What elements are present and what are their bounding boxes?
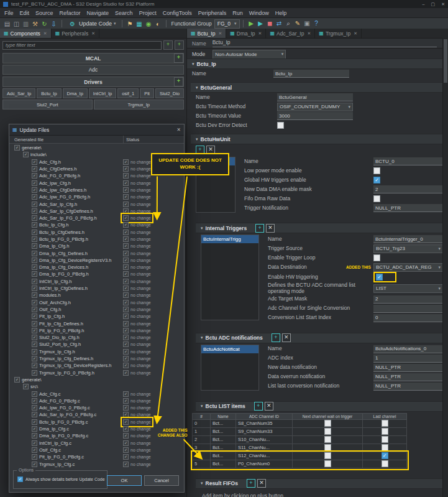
add-driver-button[interactable]: + <box>174 77 183 86</box>
checkbox-icon[interactable]: ✓ <box>14 377 20 383</box>
checkbox-icon[interactable]: ✓ <box>32 454 37 460</box>
section-result-fifos[interactable]: ▾ Result FIFOs + ✕ <box>196 478 443 489</box>
menu-item-peripherals[interactable]: Peripherals <box>195 10 230 16</box>
editor-tab-bctu-ip[interactable]: ▦ Bctu_Ip ✕ <box>187 29 226 38</box>
tree-file-row[interactable]: ✓ Dma_Ip_Cfg_Devices.h ✓no change <box>9 264 184 271</box>
tree-file-row[interactable]: ✓ Adc_Sar_Ip_FG_0_PBcfg.h ✓no change <box>9 215 184 221</box>
table-row[interactable]: 0 Bct... S8_ChanNum35 <box>193 419 407 427</box>
last-channel-checkbox[interactable] <box>382 420 388 427</box>
menu-item-help[interactable]: Help <box>272 10 290 16</box>
ok-button[interactable]: OK <box>107 475 142 486</box>
checkbox-icon[interactable]: ✓ <box>32 349 37 355</box>
driver-siul2-port[interactable]: Siul2_Port <box>2 100 93 109</box>
bctu-timeout-value-field[interactable]: 3000 <box>277 112 353 120</box>
checkbox-icon[interactable]: ✓ <box>32 159 37 165</box>
last-channel-checkbox[interactable]: ✓ <box>382 452 388 459</box>
editor-tab-adc-sar-ip[interactable]: ▦ Adc_Sar_Ip ✕ <box>266 29 315 38</box>
remove-trigger-button[interactable]: ✕ <box>266 224 275 233</box>
component-adc[interactable]: Adc <box>2 65 184 75</box>
checkbox-icon[interactable]: ✓ <box>32 433 37 439</box>
filter-input[interactable]: type filter text <box>2 41 162 50</box>
tree-folder-row[interactable]: ✓ generate\ <box>9 144 184 151</box>
bctu-dev-error-detect-checkbox[interactable] <box>277 122 284 129</box>
new-file-icon[interactable]: ▤ <box>2 21 12 27</box>
driver-siul2-dio[interactable]: Siul2_Dio <box>155 88 184 98</box>
checkbox-icon[interactable]: ✓ <box>32 180 37 186</box>
menu-item-configtools[interactable]: ConfigTools <box>160 10 195 16</box>
checkbox-icon[interactable]: ✓ <box>32 447 37 453</box>
checkbox-icon[interactable]: ✓ <box>32 243 37 249</box>
tree-file-row[interactable]: ✓ Dma_Ip_Cfg_Defines.h ✓no change <box>9 249 184 256</box>
list-item-bctuinternaltrigg[interactable]: BctuInternalTrigg <box>201 235 258 243</box>
global-hw-triggers-enable-checkbox[interactable]: ✓ <box>373 177 380 183</box>
driver-osif-1[interactable]: osif_1 <box>117 88 139 98</box>
checkbox-icon[interactable]: ✓ <box>32 328 37 333</box>
tree-file-row[interactable]: ✓ modules.h ✓no change <box>9 292 184 299</box>
next-channel-wait-checkbox[interactable] <box>324 460 331 467</box>
trigger-notification-field[interactable]: NULL_PTR <box>373 204 443 212</box>
checkbox-icon[interactable]: ✓ <box>32 271 37 277</box>
build-icon[interactable]: ⚒ <box>30 21 40 27</box>
table-row[interactable]: 2 Bct... S10_ChanNu... <box>193 435 407 444</box>
tree-file-row[interactable]: ✓ Bctu_Ip_FG_0_PBcfg.c ✓no change <box>9 419 184 425</box>
next-channel-wait-checkbox[interactable] <box>324 428 331 435</box>
driver-trgmux-ip[interactable]: Trgmux_Ip <box>94 100 184 109</box>
checkbox-icon[interactable]: ✓ <box>32 236 37 242</box>
menu-item-file[interactable]: File <box>1 10 17 16</box>
checkbox-icon[interactable]: ✓ <box>32 335 37 340</box>
remove-fifo-button[interactable]: ✕ <box>257 479 266 488</box>
tree-file-row[interactable]: ✓ IntCtrl_Ip_Cfg.c ✓no change <box>9 439 184 446</box>
menu-item-run[interactable]: Run <box>229 10 246 16</box>
functional-group-select[interactable]: FG_0 ▾ <box>214 19 240 29</box>
checkbox-icon[interactable]: ✓ <box>32 286 37 291</box>
add-trigger-button[interactable]: + <box>255 224 264 233</box>
tree-file-row[interactable]: ✓ Dma_Ip_FG_0_PBcfg.h ✓no change <box>9 271 184 277</box>
list-item-bctuadcnotificat[interactable]: BctuAdcNotificat <box>201 345 258 353</box>
name-field[interactable]: BctuAdcNotifications_0 <box>373 345 443 353</box>
section-internal-triggers[interactable]: ▾ Internal Triggers + ✕ <box>196 223 443 233</box>
tree-file-row[interactable]: ✓ IntCtrl_Ip_CfgDefines.h ✓no change <box>9 285 184 292</box>
minimize-button[interactable]: – <box>423 2 425 7</box>
debug-icon[interactable]: ▶ <box>256 20 265 27</box>
add-button-secondary[interactable]: + <box>175 40 184 50</box>
checkbox-icon[interactable]: ✓ <box>32 405 37 411</box>
data-destination-select[interactable]: BCTU_ADC_DATA_REG▾ <box>373 263 443 272</box>
table-row[interactable]: 1 Bct... S9_ChanNum33 <box>193 427 407 435</box>
checkbox-icon[interactable]: ✓ <box>32 356 37 361</box>
checkbox-icon[interactable]: ✓ <box>32 173 37 179</box>
tree-file-row[interactable]: ✓ Dma_Ip_Cfg.h ✓no change <box>9 243 184 249</box>
fifo-dma-raw-data-checkbox[interactable] <box>373 195 380 202</box>
tree-file-row[interactable]: ✓ Trgmux_Ip_Cfg_Defines.h ✓no change <box>9 355 184 362</box>
checkbox-icon[interactable]: ✓ <box>32 321 37 327</box>
remove-notification-button[interactable]: ✕ <box>282 333 291 342</box>
enable-trigger-loop-checkbox[interactable] <box>373 254 380 261</box>
menu-item-search[interactable]: Search <box>112 10 136 16</box>
checkbox-icon[interactable]: ✓ <box>32 462 37 467</box>
menu-item-navigate[interactable]: Navigate <box>84 10 112 16</box>
defines-the-bctu-adc-command-list-operating-mode-select[interactable]: LIST▾ <box>373 284 443 293</box>
last-channel-checkbox[interactable] <box>382 444 388 451</box>
conversion-list-start-index-field[interactable]: 0 <box>373 314 443 322</box>
dialog-close-icon[interactable]: ✕ <box>176 127 181 132</box>
close-icon[interactable]: ✕ <box>43 31 47 36</box>
section-bctu-general[interactable]: ▾ BctuGeneral <box>191 82 443 93</box>
checkbox-icon[interactable]: ✓ <box>32 194 37 200</box>
add-button[interactable]: + <box>163 40 173 50</box>
checkbox-icon[interactable]: ✓ <box>32 426 37 432</box>
tree-file-row[interactable]: ✓ Pit_Ip_FG_0_PBcfg.c ✓no change <box>9 453 184 460</box>
section-bctu-ip[interactable]: ▾ Bctu_Ip <box>187 58 443 69</box>
checkbox-icon[interactable]: ✓ <box>32 440 37 446</box>
tree-file-row[interactable]: ✓ Trgmux_Ip_Cfg_DeviceRegisters.h ✓no ch… <box>9 362 184 369</box>
menu-item-window[interactable]: Window <box>246 10 272 16</box>
tree-file-row[interactable]: ✓ Adc_Ipw_FG_0_PBcfg.h ✓no change <box>9 193 184 200</box>
next-channel-wait-checkbox[interactable] <box>324 452 331 459</box>
annotate-icon[interactable]: ✎ <box>293 20 303 27</box>
close-icon[interactable]: ✕ <box>354 31 357 36</box>
checkbox-icon[interactable]: ✓ <box>32 222 37 228</box>
terminal-icon[interactable]: ▣ <box>303 20 312 27</box>
checkbox-icon[interactable]: ✓ <box>32 264 37 270</box>
tree-file-row[interactable]: ✓ Adc_Cfg.c ✓no change <box>9 390 184 397</box>
import-icon[interactable]: ⇩ <box>49 21 58 27</box>
driver-bctu-ip[interactable]: Bctu_Ip <box>37 88 61 98</box>
new-data-notification-field[interactable]: NULL_PTR <box>373 364 443 372</box>
